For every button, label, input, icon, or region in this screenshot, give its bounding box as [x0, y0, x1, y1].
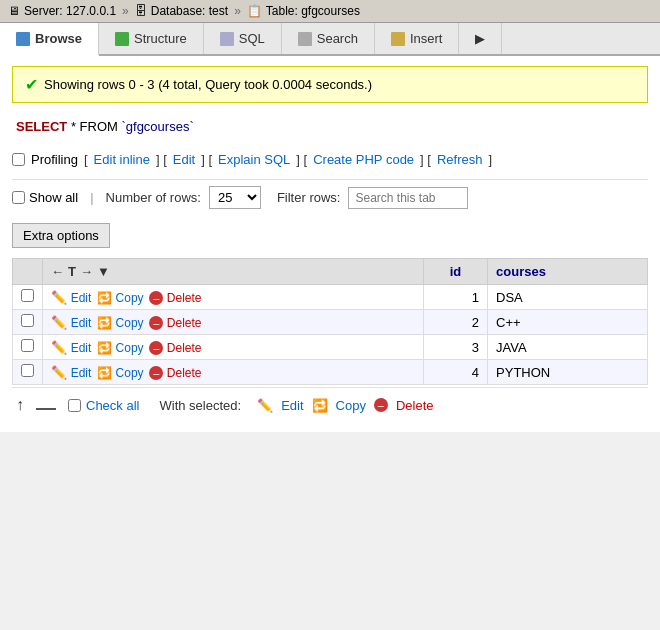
db-label: Database: test	[151, 4, 228, 18]
tab-search-label: Search	[317, 31, 358, 46]
row-checkbox[interactable]	[21, 289, 34, 302]
copy-row-link[interactable]: Copy	[116, 316, 144, 330]
tab-sql-label: SQL	[239, 31, 265, 46]
refresh-link[interactable]: Refresh	[437, 152, 483, 167]
table-label: Table: gfgcourses	[266, 4, 360, 18]
row-checkbox-cell	[13, 285, 43, 310]
copy-row-link[interactable]: Copy	[116, 291, 144, 305]
up-arrow-icon: ↑	[16, 396, 24, 414]
copy-icon: 🔁	[97, 341, 112, 355]
table-row: ✏️ Edit 🔁 Copy – Delete 1 DSA	[13, 285, 648, 310]
filter-label: Filter rows:	[277, 190, 341, 205]
col-courses: courses	[488, 259, 648, 285]
browse-icon	[16, 32, 30, 46]
success-text: Showing rows 0 - 3 (4 total, Query took …	[44, 77, 372, 92]
profiling-label: Profiling	[31, 152, 78, 167]
success-icon: ✔	[25, 75, 38, 94]
sql-table: `gfgcourses`	[121, 119, 193, 134]
edit-inline-link[interactable]: Edit inline	[94, 152, 150, 167]
profiling-checkbox[interactable]	[12, 153, 25, 166]
delete-icon: –	[149, 316, 163, 330]
pencil-icon: ✏️	[51, 365, 67, 380]
edit-row-link[interactable]: Edit	[71, 366, 92, 380]
edit-link[interactable]: Edit	[173, 152, 195, 167]
with-selected-label: With selected:	[159, 398, 241, 413]
row-checkbox[interactable]	[21, 314, 34, 327]
num-rows-label: Number of rows:	[106, 190, 201, 205]
edit-row-link[interactable]: Edit	[71, 291, 92, 305]
server-label: Server: 127.0.0.1	[24, 4, 116, 18]
pencil-icon-bottom: ✏️	[257, 398, 273, 413]
check-all-label[interactable]: Check all	[68, 398, 139, 413]
bottom-delete-link[interactable]: Delete	[396, 398, 434, 413]
row-checkbox-cell	[13, 335, 43, 360]
tab-structure[interactable]: Structure	[99, 23, 204, 54]
controls-row: Show all | Number of rows: 25 50 100 Fil…	[12, 179, 648, 215]
row-courses: PYTHON	[488, 360, 648, 385]
tab-more[interactable]: ▶	[459, 23, 502, 54]
row-actions-cell: ✏️ Edit 🔁 Copy – Delete	[43, 360, 424, 385]
delete-row-link[interactable]: Delete	[167, 291, 202, 305]
line-icon	[36, 400, 56, 410]
edit-row-link[interactable]: Edit	[71, 316, 92, 330]
show-all-checkbox[interactable]	[12, 191, 25, 204]
explain-sql-link[interactable]: Explain SQL	[218, 152, 290, 167]
copy-icon: 🔁	[97, 316, 112, 330]
copy-icon-bottom: 🔁	[312, 398, 328, 413]
data-table: ← T → ▼ id courses ✏️ Edit 🔁 Copy – Dele…	[12, 258, 648, 385]
filter-input[interactable]	[348, 187, 468, 209]
sql-rest: * FROM	[67, 119, 121, 134]
table-row: ✏️ Edit 🔁 Copy – Delete 3 JAVA	[13, 335, 648, 360]
row-id: 3	[423, 335, 487, 360]
tab-structure-label: Structure	[134, 31, 187, 46]
copy-row-link[interactable]: Copy	[116, 341, 144, 355]
pencil-icon: ✏️	[51, 340, 67, 355]
titlebar: 🖥 Server: 127.0.0.1 » 🗄 Database: test »…	[0, 0, 660, 23]
insert-icon	[391, 32, 405, 46]
pencil-icon: ✏️	[51, 315, 67, 330]
row-checkbox-cell	[13, 310, 43, 335]
row-courses: JAVA	[488, 335, 648, 360]
bottom-edit-link[interactable]: Edit	[281, 398, 303, 413]
rows-select[interactable]: 25 50 100	[209, 186, 261, 209]
delete-icon: –	[149, 341, 163, 355]
check-all-text[interactable]: Check all	[86, 398, 139, 413]
delete-row-link[interactable]: Delete	[167, 316, 202, 330]
tab-insert-label: Insert	[410, 31, 443, 46]
table-icon: 📋	[247, 4, 262, 18]
tab-sql[interactable]: SQL	[204, 23, 282, 54]
show-all-label[interactable]: Show all	[12, 190, 78, 205]
row-checkbox-cell	[13, 360, 43, 385]
row-actions-cell: ✏️ Edit 🔁 Copy – Delete	[43, 335, 424, 360]
check-all-checkbox[interactable]	[68, 399, 81, 412]
bottom-row: ↑ Check all With selected: ✏️ Edit 🔁 Cop…	[12, 387, 648, 422]
col-check	[13, 259, 43, 285]
main-content: ✔ Showing rows 0 - 3 (4 total, Query too…	[0, 56, 660, 432]
sort-down-icon: ▼	[97, 264, 110, 279]
tab-search[interactable]: Search	[282, 23, 375, 54]
delete-row-link[interactable]: Delete	[167, 341, 202, 355]
tab-insert[interactable]: Insert	[375, 23, 460, 54]
sql-display: SELECT * FROM `gfgcourses`	[12, 113, 648, 140]
row-checkbox[interactable]	[21, 339, 34, 352]
sort-right-arrow: →	[80, 264, 93, 279]
create-php-link[interactable]: Create PHP code	[313, 152, 414, 167]
row-checkbox[interactable]	[21, 364, 34, 377]
profiling-row: Profiling [ Edit inline ] [ Edit ] [ Exp…	[12, 148, 648, 171]
pencil-icon: ✏️	[51, 290, 67, 305]
sep2: »	[234, 4, 241, 18]
row-id: 2	[423, 310, 487, 335]
delete-row-link[interactable]: Delete	[167, 366, 202, 380]
copy-row-link[interactable]: Copy	[116, 366, 144, 380]
search-icon	[298, 32, 312, 46]
sql-keyword: SELECT	[16, 119, 67, 134]
sql-icon	[220, 32, 234, 46]
tab-browse-label: Browse	[35, 31, 82, 46]
edit-row-link[interactable]: Edit	[71, 341, 92, 355]
bottom-copy-link[interactable]: Copy	[336, 398, 366, 413]
sort-left-arrow: ←	[51, 264, 64, 279]
tab-more-icon: ▶	[475, 31, 485, 46]
show-all-text: Show all	[29, 190, 78, 205]
extra-options-button[interactable]: Extra options	[12, 223, 110, 248]
tab-browse[interactable]: Browse	[0, 23, 99, 56]
